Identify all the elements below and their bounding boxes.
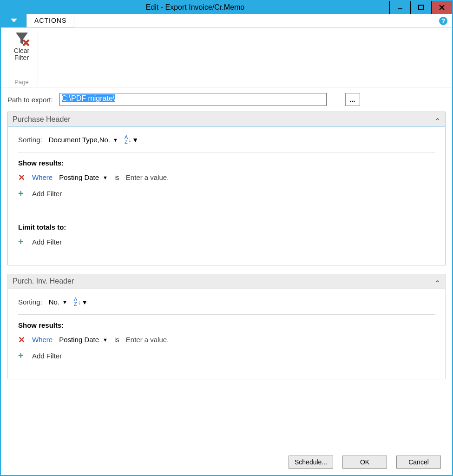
funnel-x-icon bbox=[14, 31, 30, 46]
close-button[interactable] bbox=[431, 1, 452, 14]
sorting-value: No. bbox=[49, 298, 59, 306]
chevron-down-icon: ▼ bbox=[113, 137, 118, 143]
sorting-label: Sorting: bbox=[18, 136, 42, 144]
add-filter-label: Add Filter bbox=[32, 190, 62, 198]
filter-field-dropdown[interactable]: Posting Date ▼ bbox=[59, 173, 108, 181]
arrow-down-icon: ↓ bbox=[128, 136, 131, 144]
close-icon bbox=[439, 5, 445, 10]
chevron-up-icon bbox=[434, 115, 440, 124]
maximize-icon bbox=[418, 5, 424, 10]
remove-filter-icon[interactable]: ✕ bbox=[18, 172, 26, 183]
section-body-purchase: Sorting: Document Type,No. ▼ AZ ↓ ▼ Show… bbox=[7, 127, 446, 265]
svg-text:?: ? bbox=[441, 17, 446, 25]
arrow-down-icon: ↓ bbox=[78, 298, 81, 306]
divider bbox=[18, 314, 435, 315]
sorting-dropdown[interactable]: Document Type,No. ▼ bbox=[49, 136, 118, 144]
plus-icon: + bbox=[18, 237, 26, 247]
section-header-purchinv[interactable]: Purch. Inv. Header bbox=[7, 274, 446, 289]
content-area: Path to export: C:\PDF migrate\ ... Purc… bbox=[1, 88, 452, 448]
limit-totals-label: Limit totals to: bbox=[18, 223, 435, 231]
clear-filter-label: Clear Filter bbox=[14, 47, 29, 62]
remove-filter-icon[interactable]: ✕ bbox=[18, 335, 26, 345]
ok-button[interactable]: OK bbox=[342, 456, 387, 469]
plus-icon: + bbox=[18, 350, 26, 361]
chevron-down-icon: ▼ bbox=[132, 136, 138, 144]
ribbon: Clear Filter Page bbox=[1, 28, 452, 87]
filter-row: ✕ Where Posting Date ▼ is Enter a value. bbox=[18, 335, 435, 345]
sorting-dropdown[interactable]: No. ▼ bbox=[49, 298, 67, 306]
minimize-button[interactable] bbox=[389, 1, 410, 14]
filter-value-input[interactable]: Enter a value. bbox=[126, 173, 169, 181]
window-buttons bbox=[389, 1, 452, 14]
chevron-down-icon: ▼ bbox=[103, 337, 108, 343]
filter-field-dropdown[interactable]: Posting Date ▼ bbox=[59, 336, 108, 344]
titlebar: Edit - Export Invoice/Cr.Memo bbox=[1, 1, 452, 14]
help-button[interactable]: ? bbox=[438, 14, 452, 27]
filter-value-input[interactable]: Enter a value. bbox=[126, 336, 169, 344]
filter-row: ✕ Where Posting Date ▼ is Enter a value. bbox=[18, 172, 435, 183]
sorting-label: Sorting: bbox=[18, 298, 42, 306]
is-label: is bbox=[114, 336, 119, 344]
svg-marker-4 bbox=[11, 19, 17, 22]
filter-field-value: Posting Date bbox=[59, 173, 99, 181]
filter-field-value: Posting Date bbox=[59, 336, 99, 344]
tab-actions[interactable]: ACTIONS bbox=[26, 14, 74, 27]
add-filter-label: Add Filter bbox=[32, 352, 62, 360]
sort-direction-button[interactable]: AZ ↓ ▼ bbox=[125, 135, 138, 145]
menu-row: ACTIONS ? bbox=[1, 14, 452, 28]
path-input[interactable]: C:\PDF migrate\ bbox=[59, 93, 327, 106]
section-title: Purch. Inv. Header bbox=[13, 277, 74, 285]
chevron-up-icon bbox=[434, 277, 440, 286]
chevron-down-icon: ▼ bbox=[62, 299, 67, 305]
section-header-purchase[interactable]: Purchase Header bbox=[7, 112, 446, 127]
add-filter-row[interactable]: + Add Filter bbox=[18, 237, 435, 247]
sorting-row: Sorting: No. ▼ AZ ↓ ▼ bbox=[18, 298, 435, 307]
sort-direction-button[interactable]: AZ ↓ ▼ bbox=[74, 298, 88, 307]
section-title: Purchase Header bbox=[13, 115, 71, 124]
sorting-value: Document Type,No. bbox=[49, 136, 110, 144]
path-label: Path to export: bbox=[7, 96, 53, 104]
footer: Schedule... OK Cancel bbox=[1, 449, 452, 475]
help-icon: ? bbox=[439, 16, 448, 26]
chevron-down-icon: ▼ bbox=[81, 298, 88, 306]
add-filter-label: Add Filter bbox=[32, 238, 62, 246]
where-label: Where bbox=[32, 336, 53, 344]
path-row: Path to export: C:\PDF migrate\ ... bbox=[7, 93, 446, 106]
chevron-down-icon bbox=[11, 19, 17, 23]
clear-filter-button[interactable]: Clear Filter bbox=[14, 31, 30, 62]
browse-button[interactable]: ... bbox=[345, 93, 360, 106]
ribbon-group-label: Page bbox=[14, 79, 28, 86]
ribbon-group-page: Clear Filter Page bbox=[6, 31, 38, 86]
window-title: Edit - Export Invoice/Cr.Memo bbox=[1, 3, 389, 12]
is-label: is bbox=[114, 173, 119, 181]
chevron-down-icon: ▼ bbox=[103, 175, 108, 180]
sorting-row: Sorting: Document Type,No. ▼ AZ ↓ ▼ bbox=[18, 135, 435, 145]
schedule-button[interactable]: Schedule... bbox=[289, 456, 333, 469]
cancel-button[interactable]: Cancel bbox=[396, 456, 441, 469]
section-body-purchinv: Sorting: No. ▼ AZ ↓ ▼ Show results: ✕ Wh… bbox=[7, 289, 446, 379]
minimize-icon bbox=[397, 5, 403, 10]
divider bbox=[18, 152, 435, 152]
svg-rect-0 bbox=[398, 8, 402, 9]
svg-rect-1 bbox=[419, 5, 423, 10]
maximize-button[interactable] bbox=[410, 1, 431, 14]
add-filter-row[interactable]: + Add Filter bbox=[18, 350, 435, 361]
where-label: Where bbox=[32, 173, 53, 181]
show-results-label: Show results: bbox=[18, 159, 435, 167]
add-filter-row[interactable]: + Add Filter bbox=[18, 188, 435, 199]
plus-icon: + bbox=[18, 188, 26, 199]
show-results-label: Show results: bbox=[18, 321, 435, 329]
app-menu-button[interactable] bbox=[1, 14, 26, 27]
